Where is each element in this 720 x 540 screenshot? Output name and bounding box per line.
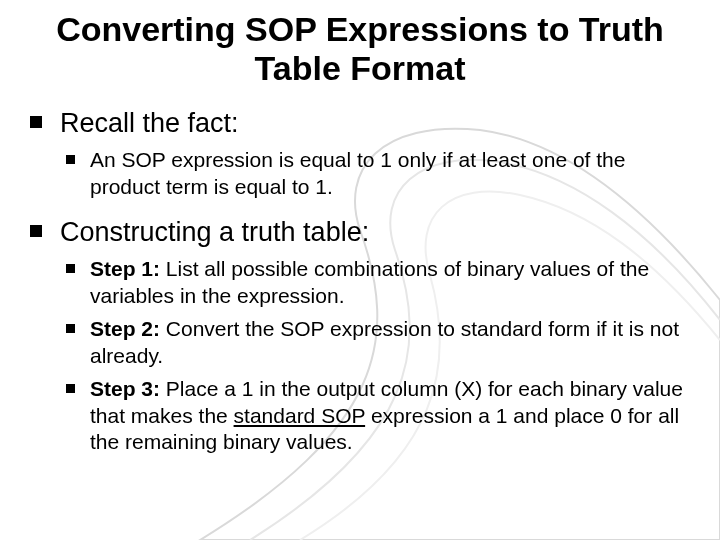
sub-item-step3: Step 3: Place a 1 in the output column (… [60, 376, 694, 457]
list-item-recall: Recall the fact: An SOP expression is eq… [26, 106, 694, 201]
bullet-list-level1: Recall the fact: An SOP expression is eq… [26, 106, 694, 456]
step-label: Step 2: [90, 317, 160, 340]
square-bullet-icon [30, 225, 42, 237]
bullet-list-level2: An SOP expression is equal to 1 only if … [60, 147, 694, 201]
list-item-label: Recall the fact: [60, 108, 239, 138]
underlined-phrase: standard SOP [234, 404, 366, 427]
sub-item-text: An SOP expression is equal to 1 only if … [90, 148, 625, 198]
square-bullet-icon [66, 155, 75, 164]
sub-item-step1: Step 1: List all possible combinations o… [60, 256, 694, 310]
slide-content: Converting SOP Expressions to Truth Tabl… [0, 0, 720, 540]
sub-item-text: Step 3: Place a 1 in the output column (… [90, 377, 683, 454]
slide-title: Converting SOP Expressions to Truth Tabl… [26, 10, 694, 88]
square-bullet-icon [66, 264, 75, 273]
step-label: Step 1: [90, 257, 160, 280]
list-item-label: Constructing a truth table: [60, 217, 369, 247]
square-bullet-icon [30, 116, 42, 128]
square-bullet-icon [66, 384, 75, 393]
step-body: List all possible combinations of binary… [90, 257, 649, 307]
sub-item: An SOP expression is equal to 1 only if … [60, 147, 694, 201]
step-body: Convert the SOP expression to standard f… [90, 317, 679, 367]
sub-item-text: Step 2: Convert the SOP expression to st… [90, 317, 679, 367]
step-label: Step 3: [90, 377, 160, 400]
bullet-list-level2: Step 1: List all possible combinations o… [60, 256, 694, 456]
square-bullet-icon [66, 324, 75, 333]
sub-item-text: Step 1: List all possible combinations o… [90, 257, 649, 307]
sub-item-step2: Step 2: Convert the SOP expression to st… [60, 316, 694, 370]
list-item-constructing: Constructing a truth table: Step 1: List… [26, 215, 694, 456]
